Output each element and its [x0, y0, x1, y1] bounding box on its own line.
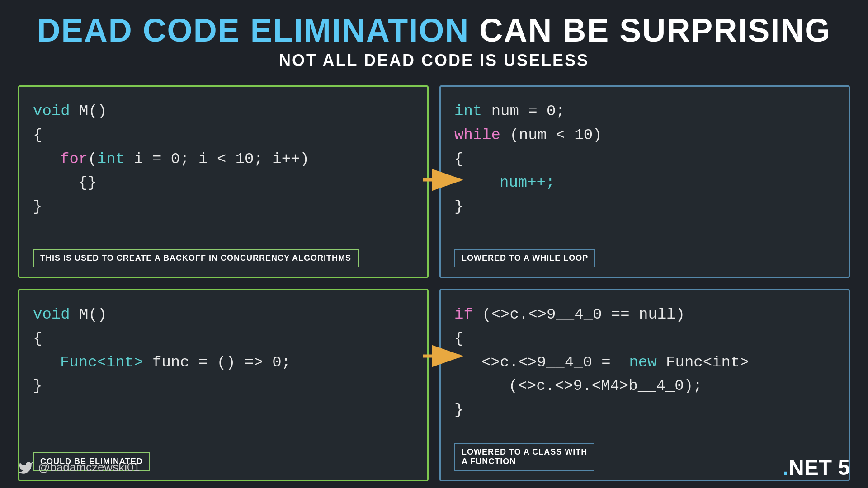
arrow-bottom — [420, 343, 466, 371]
net5-badge: .NET 5 — [783, 455, 850, 480]
arrow-top — [420, 167, 466, 195]
code-line: { — [33, 123, 414, 147]
bottom-right-code: if (<>c.<>9__4_0 == null) { <>c.<>9__4_0… — [454, 303, 835, 437]
bottom-left-code-box: void M() { Func<int> func = () => 0; } C… — [18, 289, 429, 481]
code-line: { — [33, 327, 414, 351]
code-line: } — [33, 374, 414, 398]
footer: @badamczewski01 .NET 5 — [0, 455, 868, 480]
code-line: <>c.<>9__4_0 = new Func<int> — [454, 351, 835, 375]
net5-dot: . — [783, 455, 788, 479]
code-line: int num = 0; — [454, 99, 835, 123]
title-part-white: CAN BE SURPRISING — [469, 12, 831, 48]
net5-text: NET 5 — [788, 455, 850, 479]
top-right-label-box: LOWERED TO A WHILE LOOP — [454, 244, 835, 267]
code-line: {} — [33, 171, 414, 195]
title-part-blue: DEAD CODE ELIMINATION — [37, 12, 470, 48]
twitter-handle: @badamczewski01 — [18, 460, 140, 475]
code-line: void M() — [33, 303, 414, 327]
code-line: } — [454, 195, 835, 219]
top-left-code: void M() { for(int i = 0; i < 10; i++) {… — [33, 99, 414, 244]
header: DEAD CODE ELIMINATION CAN BE SURPRISING … — [0, 0, 868, 75]
code-line: { — [454, 147, 835, 171]
code-line: Func<int> func = () => 0; — [33, 351, 414, 375]
bottom-left-code: void M() { Func<int> func = () => 0; } — [33, 303, 414, 447]
bottom-right-code-box: if (<>c.<>9__4_0 == null) { <>c.<>9__4_0… — [439, 289, 850, 481]
code-line: for(int i = 0; i < 10; i++) — [33, 147, 414, 171]
code-line: num++; — [454, 171, 835, 195]
code-line: { — [454, 327, 835, 351]
twitter-username: @badamczewski01 — [38, 460, 140, 474]
top-left-label-box: THIS IS USED TO CREATE A BACKOFF IN CONC… — [33, 244, 414, 267]
code-line: if (<>c.<>9__4_0 == null) — [454, 303, 835, 327]
code-line: (<>c.<>9.<M4>b__4_0); — [454, 374, 835, 398]
content-grid: void M() { for(int i = 0; i < 10; i++) {… — [0, 75, 868, 488]
code-line: void M() — [33, 99, 414, 123]
top-right-code: int num = 0; while (num < 10) { num++; } — [454, 99, 835, 244]
twitter-icon — [18, 460, 33, 475]
top-left-label: THIS IS USED TO CREATE A BACKOFF IN CONC… — [33, 249, 359, 267]
top-right-code-box: int num = 0; while (num < 10) { num++; }… — [439, 85, 850, 278]
code-line: } — [33, 195, 414, 219]
code-line: while (num < 10) — [454, 123, 835, 147]
main-title: DEAD CODE ELIMINATION CAN BE SURPRISING — [18, 13, 850, 48]
code-line: } — [454, 398, 835, 422]
subtitle: NOT ALL DEAD CODE IS USELESS — [18, 51, 850, 70]
top-left-code-box: void M() { for(int i = 0; i < 10; i++) {… — [18, 85, 429, 278]
top-right-label: LOWERED TO A WHILE LOOP — [454, 249, 595, 267]
